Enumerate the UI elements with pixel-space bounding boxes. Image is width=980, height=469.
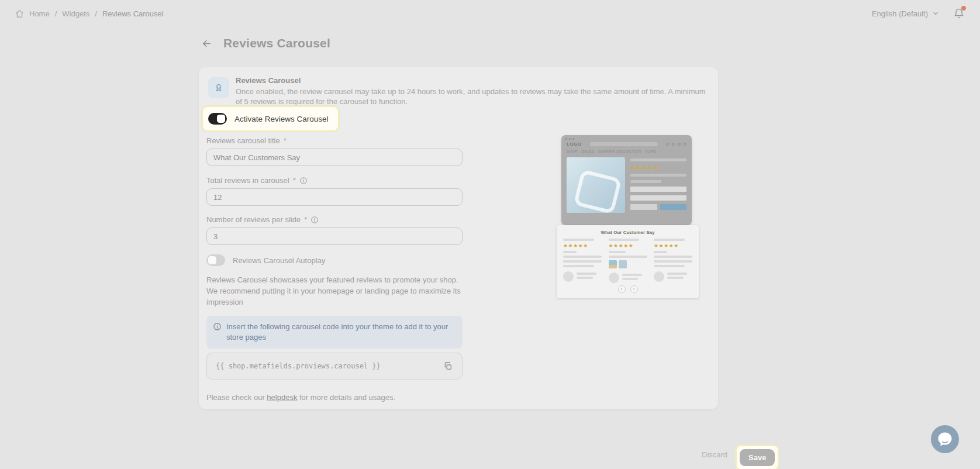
card-header: Reviews Carousel Once enabled, the revie… [208,76,709,107]
carousel-prev-arrow: ‹ [618,285,626,293]
reviews-per-slide-label: Number of reviews per slide * [206,215,319,224]
mock-nav-item: SHOP [567,150,578,153]
toggle-knob [208,256,216,264]
review-card: ★★★★★ [609,239,647,283]
placeholder-bar [667,273,687,275]
chat-launcher-button[interactable] [931,425,959,453]
review-card: ★★★★★ [654,239,692,283]
avatar [654,271,664,282]
card-header-text: Reviews Carousel Once enabled, the revie… [236,76,709,107]
helpdesk-suffix: for more details and usages. [297,393,395,402]
mock-secondary-button [630,204,657,210]
review-card: ★★★★★ [563,239,602,283]
card-title: Reviews Carousel [236,76,709,85]
page-title: Reviews Carousel [223,36,330,50]
reviews-carousel-icon [208,77,229,98]
activate-toggle-label: Activate Reviews Carousel [234,115,329,123]
notification-dot [961,6,966,11]
topbar-right: English (Default) [872,8,965,19]
total-reviews-input[interactable] [206,188,463,206]
mock-product-image [567,157,625,213]
info-banner: Insert the following carousel code into … [206,316,463,349]
placeholder-bar [622,278,639,280]
copy-code-button[interactable] [439,357,457,375]
placeholder-bar [563,256,602,258]
placeholder-bar [563,260,602,263]
breadcrumb-home[interactable]: Home [29,9,50,18]
carousel-pagination: ‹ › [563,285,692,293]
autoplay-toggle[interactable] [206,254,225,266]
placeholder-bar [563,265,594,267]
placeholder-bar [630,158,686,161]
placeholder-bar [609,256,647,258]
store-preview-mock: LOGO SHOP SALES SUMMER COLLECTION SLIPS … [561,135,692,225]
carousel-mock-cards: ★★★★★ ★★★★★ [563,239,692,283]
placeholder-bar [609,251,626,253]
required-mark: * [293,176,296,185]
page-title-row: Reviews Carousel [199,36,330,50]
mock-product-details: ★★★★★ [630,157,686,213]
mock-nav: SHOP SALES SUMMER COLLECTION SLIPS [561,148,692,156]
mock-buttons [630,204,686,210]
settings-card: Reviews Carousel Once enabled, the revie… [199,67,718,409]
mock-product-stars: ★★★★★ [630,165,686,171]
carousel-title-label: Reviews carousel title * [206,136,287,145]
card-description: Once enabled, the review carousel may ta… [236,87,709,107]
placeholder-bar [577,273,596,275]
autoplay-row: Reviews Carousel Autoplay [206,254,325,266]
helpdesk-link[interactable]: helpdesk [267,393,297,402]
breadcrumb-widgets[interactable]: Widgets [62,9,89,18]
mock-search-bar [590,142,658,146]
avatar [609,273,619,283]
discard-button[interactable]: Discard [702,450,727,459]
breadcrumb-separator: / [95,9,97,18]
placeholder-bar [563,251,577,253]
browser-dots [561,135,692,140]
notifications-button[interactable] [953,8,965,19]
review-photo-thumbnail [619,260,627,268]
language-selector[interactable]: English (Default) [872,9,939,18]
review-author [654,271,692,282]
required-mark: * [304,215,307,224]
activate-reviews-toggle[interactable] [208,113,227,125]
mock-logo: LOGO [567,142,582,147]
info-icon[interactable] [299,177,308,185]
mock-input-field [630,195,686,201]
placeholder-bar [667,277,684,279]
placeholder-bar [630,180,661,183]
review-stars: ★★★★★ [609,243,647,249]
avatar [563,271,574,282]
breadcrumb: Home / Widgets / Reviews Carousel [15,9,164,18]
back-arrow-icon [201,38,212,49]
review-author [609,273,647,283]
mock-nav-item: SUMMER COLLECTION [598,150,641,153]
home-icon[interactable] [15,9,24,18]
carousel-title-input[interactable] [206,149,463,166]
reviews-per-slide-input[interactable] [206,227,463,245]
save-button[interactable]: Save [740,449,775,466]
required-mark: * [284,136,287,145]
carousel-mock-title: What Our Customer Say [563,230,692,235]
carousel-next-arrow: › [630,285,638,293]
review-photos [609,260,647,268]
mock-input-field [630,187,686,192]
breadcrumb-separator: / [55,9,57,18]
review-author [563,271,602,282]
placeholder-bar [654,256,692,258]
save-button-spotlight: Save [737,446,778,469]
code-snippet: {{ shop.metafields.proviews.carousel }} [216,362,439,370]
info-icon[interactable] [310,216,319,224]
feature-description: Reviews Carousel showcases your featured… [206,275,466,308]
activate-toggle-spotlight: Activate Reviews Carousel [203,107,338,130]
carousel-preview-mock: What Our Customer Say ★★★★★ ★★★★★ [557,225,699,298]
mock-nav-item: SLIPS [645,150,656,153]
mock-nav-item: SALES [582,150,594,153]
label-text: Number of reviews per slide [206,215,301,224]
placeholder-bar [654,265,685,267]
autoplay-toggle-label: Reviews Carousel Autoplay [233,256,325,265]
placeholder-bar [622,274,642,276]
placeholder-bar [577,277,593,279]
mock-header: LOGO [561,140,692,148]
back-button[interactable] [199,36,213,50]
mock-primary-button [660,204,687,210]
